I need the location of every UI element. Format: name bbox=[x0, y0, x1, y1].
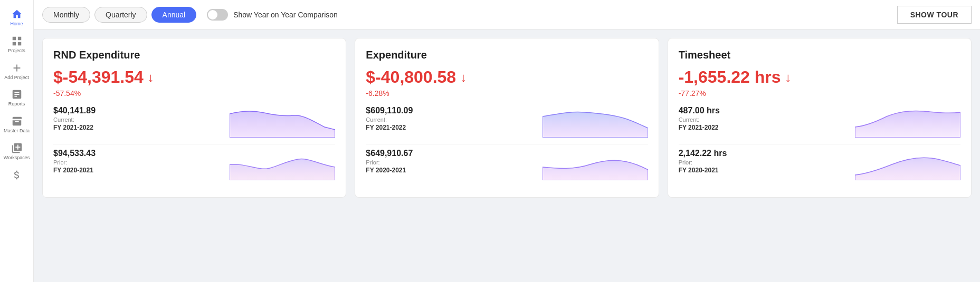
prior-value-rnd: $94,533.43 bbox=[53, 149, 96, 158]
divider-exp bbox=[366, 144, 648, 144]
toggle-container: Show Year on Year Comparison bbox=[207, 9, 338, 21]
current-chart-ts bbox=[855, 106, 960, 138]
sidebar-item-reports[interactable]: Reports bbox=[0, 84, 33, 111]
card-expenditure: Expenditure $-40,800.58 ↓ -6.28% $609,11… bbox=[355, 38, 659, 198]
grid-icon bbox=[11, 35, 23, 47]
plus-icon bbox=[11, 62, 23, 74]
card-percent-exp: -6.28% bbox=[366, 89, 648, 98]
table-icon bbox=[11, 115, 23, 127]
sidebar-item-dollar[interactable] bbox=[0, 165, 33, 185]
current-label-rnd: Current: bbox=[53, 116, 96, 123]
current-chart-rnd bbox=[230, 106, 335, 138]
prior-label-ts: Prior: bbox=[679, 159, 727, 166]
prior-chart-exp bbox=[543, 149, 648, 180]
content-area: RND Expenditure $-54,391.54 ↓ -57.54% $4… bbox=[34, 30, 980, 282]
card-timesheet: Timesheet -1,655.22 hrs ↓ -77.27% 487.00… bbox=[668, 38, 972, 198]
sidebar-item-projects[interactable]: Projects bbox=[0, 31, 33, 58]
sidebar-label-home: Home bbox=[10, 21, 23, 27]
prior-label-exp: Prior: bbox=[366, 159, 413, 166]
prior-value-ts: 2,142.22 hrs bbox=[679, 149, 727, 158]
down-arrow-ts: ↓ bbox=[785, 70, 792, 85]
card-current-section-exp: $609,110.09 Current: FY 2021-2022 bbox=[366, 106, 648, 138]
prior-chart-ts bbox=[855, 149, 960, 180]
sidebar-item-add-project[interactable]: Add Project bbox=[0, 58, 33, 85]
sidebar-item-master-data[interactable]: Master Data bbox=[0, 111, 33, 138]
current-value-ts: 487.00 hrs bbox=[679, 106, 720, 115]
prior-chart-rnd bbox=[230, 149, 335, 180]
prior-value-exp: $649,910.67 bbox=[366, 149, 413, 158]
sidebar-item-workspaces[interactable]: Workspaces bbox=[0, 138, 33, 165]
topbar: Monthly Quarterly Annual Show Year on Ye… bbox=[34, 0, 980, 30]
reports-icon bbox=[11, 89, 23, 100]
current-period-exp: FY 2021-2022 bbox=[366, 124, 413, 131]
card-main-value-exp: $-40,800.58 ↓ bbox=[366, 67, 648, 87]
sidebar-label-workspaces: Workspaces bbox=[4, 155, 30, 161]
current-chart-exp bbox=[543, 106, 648, 138]
sidebar-item-home[interactable]: Home bbox=[0, 4, 33, 31]
card-current-section-ts: 487.00 hrs Current: FY 2021-2022 bbox=[679, 106, 960, 138]
cards-row: RND Expenditure $-54,391.54 ↓ -57.54% $4… bbox=[42, 38, 972, 198]
card-current-section-rnd: $40,141.89 Current: FY 2021-2022 bbox=[53, 106, 335, 138]
sidebar-label-reports: Reports bbox=[8, 101, 25, 107]
home-icon bbox=[11, 8, 23, 20]
card-title-exp: Expenditure bbox=[366, 49, 648, 61]
card-prior-section-ts: 2,142.22 hrs Prior: FY 2020-2021 bbox=[679, 149, 960, 180]
divider-ts bbox=[679, 144, 960, 144]
current-period-ts: FY 2021-2022 bbox=[679, 124, 720, 131]
card-main-value-rnd: $-54,391.54 ↓ bbox=[53, 67, 335, 87]
card-title-ts: Timesheet bbox=[679, 49, 960, 61]
dollar-icon bbox=[11, 169, 23, 181]
current-value-rnd: $40,141.89 bbox=[53, 106, 96, 115]
down-arrow-exp: ↓ bbox=[460, 70, 467, 85]
toggle-label: Show Year on Year Comparison bbox=[233, 11, 338, 19]
card-prior-section-exp: $649,910.67 Prior: FY 2020-2021 bbox=[366, 149, 648, 180]
card-main-value-ts: -1,655.22 hrs ↓ bbox=[679, 67, 960, 87]
year-on-year-toggle[interactable] bbox=[207, 9, 228, 21]
sidebar: Home Projects Add Project Reports Master… bbox=[0, 0, 34, 282]
prior-label-rnd: Prior: bbox=[53, 159, 96, 166]
prior-period-exp: FY 2020-2021 bbox=[366, 167, 413, 174]
show-tour-button[interactable]: SHOW TOUR bbox=[897, 6, 972, 24]
current-value-exp: $609,110.09 bbox=[366, 106, 413, 115]
current-period-rnd: FY 2021-2022 bbox=[53, 124, 96, 131]
sidebar-label-add-project: Add Project bbox=[4, 75, 29, 81]
current-label-exp: Current: bbox=[366, 116, 413, 123]
card-percent-ts: -77.27% bbox=[679, 89, 960, 98]
main-content: Monthly Quarterly Annual Show Year on Ye… bbox=[34, 0, 980, 282]
tab-annual[interactable]: Annual bbox=[151, 7, 197, 23]
tab-quarterly[interactable]: Quarterly bbox=[94, 7, 147, 23]
tab-monthly[interactable]: Monthly bbox=[42, 7, 90, 23]
card-prior-section-rnd: $94,533.43 Prior: FY 2020-2021 bbox=[53, 149, 335, 180]
down-arrow-rnd: ↓ bbox=[148, 70, 154, 85]
divider-rnd bbox=[53, 144, 335, 144]
card-percent-rnd: -57.54% bbox=[53, 89, 335, 98]
current-label-ts: Current: bbox=[679, 116, 720, 123]
card-rnd-expenditure: RND Expenditure $-54,391.54 ↓ -57.54% $4… bbox=[42, 38, 346, 198]
card-title-rnd: RND Expenditure bbox=[53, 49, 335, 61]
prior-period-ts: FY 2020-2021 bbox=[679, 167, 727, 174]
sidebar-label-projects: Projects bbox=[8, 48, 25, 54]
workspaces-icon bbox=[11, 142, 23, 154]
prior-period-rnd: FY 2020-2021 bbox=[53, 167, 96, 174]
sidebar-label-master-data: Master Data bbox=[4, 128, 30, 134]
